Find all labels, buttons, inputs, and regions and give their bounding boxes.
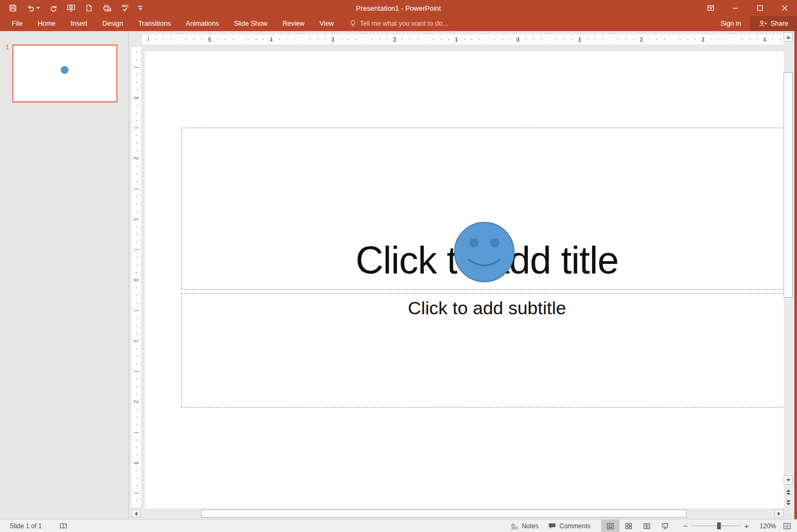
v-ruler-number: 1 <box>133 218 139 221</box>
tab-home[interactable]: Home <box>30 16 63 31</box>
statusbar-right: Notes Comments <box>511 520 797 532</box>
ruler-tick <box>263 39 264 40</box>
titlebar: ABC Presentation1 - PowerPoint <box>0 0 797 16</box>
share-label: Share <box>771 20 788 27</box>
customize-qat-button[interactable] <box>138 6 142 10</box>
minimize-icon <box>732 5 739 11</box>
start-from-beginning-button[interactable] <box>67 4 76 12</box>
close-icon <box>781 5 788 11</box>
zoom-slider-thumb[interactable] <box>717 522 721 529</box>
slide-canvas[interactable]: Click to add title Click to add subtitle <box>145 51 784 508</box>
smiley-face-shape[interactable] <box>453 221 515 283</box>
maximize-button[interactable] <box>748 0 772 16</box>
vertical-scrollbar[interactable] <box>784 32 793 509</box>
scroll-right-button[interactable] <box>774 509 784 518</box>
slide-sorter-button[interactable] <box>619 520 638 532</box>
horizontal-scrollbar[interactable] <box>131 509 784 518</box>
triangle-down-icon <box>786 479 791 482</box>
ruler-tick <box>325 39 326 40</box>
ruler-tick <box>448 39 449 40</box>
zoom-level[interactable]: 120% <box>757 522 776 530</box>
ruler-tick <box>587 39 588 40</box>
scroll-down-button[interactable] <box>784 475 793 485</box>
scroll-left-button[interactable] <box>131 509 141 518</box>
normal-view-button[interactable] <box>601 520 619 532</box>
reading-view-icon <box>643 522 651 530</box>
ruler-tick <box>136 379 137 379</box>
chevron-down-icon <box>139 8 142 10</box>
ruler-tick <box>136 234 137 235</box>
tab-slide-show[interactable]: Slide Show <box>226 16 275 31</box>
v-ruler-number: 3 <box>133 461 139 464</box>
ruler-tick <box>136 326 137 326</box>
subtitle-placeholder[interactable]: Click to add subtitle <box>181 293 784 408</box>
slide-thumbnail[interactable] <box>12 45 117 102</box>
reading-view-button[interactable] <box>638 520 656 532</box>
new-file-button[interactable] <box>85 4 93 12</box>
quick-print-icon <box>102 4 112 12</box>
spelling-button[interactable]: ABC <box>121 4 129 12</box>
undo-dropdown-icon[interactable] <box>36 7 40 9</box>
slide-thumbnail-panel: 1 <box>0 31 129 519</box>
tab-review[interactable]: Review <box>275 16 312 31</box>
ruler-tick <box>572 39 572 40</box>
close-button[interactable] <box>772 0 797 16</box>
ruler-tick <box>225 39 225 40</box>
v-ruler-number: 2 <box>133 400 139 403</box>
ruler-tick <box>136 295 137 295</box>
share-button[interactable]: Share <box>750 16 797 31</box>
ruler-tick <box>688 39 688 40</box>
next-slide-button[interactable] <box>784 498 793 507</box>
ruler-tick <box>356 39 357 40</box>
ruler-tick <box>136 349 137 349</box>
scroll-up-button[interactable] <box>784 32 793 42</box>
spell-check-icon[interactable] <box>59 522 68 530</box>
save-button[interactable] <box>9 4 17 12</box>
undo-button[interactable] <box>26 4 40 12</box>
tab-transitions[interactable]: Transitions <box>131 16 179 31</box>
quick-print-button[interactable] <box>102 4 112 12</box>
minimize-button[interactable] <box>723 0 748 16</box>
redo-button[interactable] <box>49 4 57 12</box>
ruler-tick <box>136 447 137 448</box>
slide-show-button[interactable] <box>656 520 674 532</box>
tab-animations[interactable]: Animations <box>178 16 226 31</box>
sign-in-button[interactable]: Sign in <box>712 20 749 27</box>
h-ruler-number: 1 <box>578 36 581 43</box>
zoom-control: − + <box>682 522 750 530</box>
tab-view[interactable]: View <box>312 16 342 31</box>
ruler-tick <box>148 37 149 42</box>
ruler-tick <box>441 39 441 40</box>
vertical-scrollbar-thumb[interactable] <box>784 72 793 298</box>
h-ruler-number: 3 <box>702 36 705 43</box>
comments-button[interactable]: Comments <box>548 522 591 530</box>
ruler-tick <box>471 39 472 40</box>
ribbon-display-options-button[interactable] <box>698 0 723 16</box>
tab-file[interactable]: File <box>4 16 30 31</box>
notes-button[interactable]: Notes <box>511 522 538 530</box>
ruler-tick <box>248 39 248 40</box>
horizontal-scrollbar-thumb[interactable] <box>201 509 687 518</box>
ruler-tick <box>526 39 526 40</box>
ruler-tick <box>136 113 137 113</box>
triangle-left-icon <box>135 512 137 516</box>
zoom-slider[interactable] <box>691 526 741 527</box>
tell-me-box[interactable]: Tell me what you want to do... <box>349 19 448 28</box>
fit-slide-button[interactable] <box>783 522 792 530</box>
ruler-tick <box>510 39 511 40</box>
h-ruler-number: 0 <box>516 36 520 43</box>
ruler-tick <box>134 493 139 493</box>
ruler-tick <box>136 455 137 455</box>
zoom-in-button[interactable]: + <box>743 522 750 530</box>
ruler-tick <box>309 39 310 40</box>
ruler-tick <box>464 39 464 40</box>
ruler-tick <box>503 39 503 40</box>
ruler-tick <box>134 249 139 250</box>
ruler-tick <box>741 39 742 40</box>
previous-slide-button[interactable] <box>784 487 793 497</box>
zoom-out-button[interactable]: − <box>682 522 689 530</box>
ruler-tick <box>136 60 137 60</box>
tab-design[interactable]: Design <box>95 16 131 31</box>
ruler-tick <box>618 39 618 40</box>
tab-insert[interactable]: Insert <box>63 16 95 31</box>
